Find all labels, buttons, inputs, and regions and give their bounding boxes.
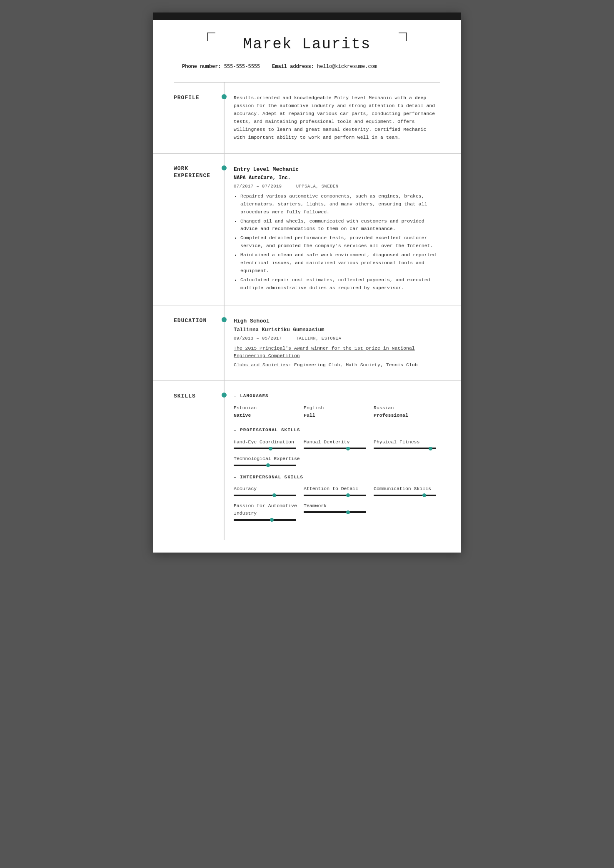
skill-comm-name: Communication Skills [374,485,440,493]
skill-teamwork-bar [304,511,366,513]
work-content: Entry Level Mechanic NAPA AutoCare, Inc.… [225,154,461,305]
edu-award: The 2015 Principal's Award winner for th… [234,345,440,360]
work-line [224,154,225,305]
profile-dot [222,94,227,99]
lang-item-3: Russian Professional [374,404,440,420]
skill-tech: Technological Expertise [234,455,300,466]
skill-hand-eye-dot [269,447,272,450]
candidate-name: Marek Laurits [227,33,388,56]
skill-physical-dot [429,447,432,450]
skill-attention: Attention to Detail [304,485,370,496]
email-label: Email address: [272,64,314,70]
skill-tech-bar [234,465,296,466]
edu-dates: 09/2013 – 05/2017 [234,336,282,341]
lang-item-2: English Full [304,404,370,420]
profile-text: Results-oriented and knowledgeable Entry… [234,94,440,142]
school-name: Tallinna Kuristiku Gumnaasium [234,326,440,334]
education-line [224,305,225,380]
skills-line [224,381,225,540]
lang-name-3: Russian [374,404,440,412]
clubs-label: Clubs and Societies [234,362,288,368]
education-label: EDUCATION [153,305,224,380]
skill-teamwork-name: Teamwork [304,502,370,510]
main-content: PROFILE Results-oriented and knowledgeab… [153,83,461,553]
skill-manual-dex: Manual Dexterity [304,438,370,449]
skill-passion: Passion for Automotive Industry [234,502,300,521]
skill-attention-dot [346,493,350,497]
education-section: EDUCATION High School Tallinna Kuristiku… [153,305,461,381]
resume-page: Marek Laurits Phone number: 555-555-5555… [153,13,461,553]
skill-passion-bar [234,519,296,521]
lang-level-3: Professional [374,412,440,419]
skill-passion-dot [270,518,274,522]
skill-attention-bar [304,495,366,496]
clubs-list: : Engineering Club, Math Society, Tennis… [288,362,418,368]
school-type: High School [234,317,440,326]
work-dot [222,165,227,170]
work-label: WORK EXPERIENCE [153,154,224,305]
professional-skills-subsection: – PROFESSIONAL SKILLS Hand-Eye Coordinat… [234,427,440,466]
phone-label: Phone number: [182,64,221,70]
work-bullets: Repaired various automotive components, … [234,193,440,293]
edu-clubs: Clubs and Societies: Engineering Club, M… [234,361,440,369]
skills-label: SKILLS [153,381,224,540]
phone-value: 555-555-5555 [224,64,260,70]
bullet-3: Completed detailed performance tests, pr… [240,234,440,250]
lang-name-1: Estonian [234,404,300,412]
job-title: Entry Level Mechanic [234,165,440,174]
skill-accuracy-dot [272,493,276,497]
profile-section: PROFILE Results-oriented and knowledgeab… [153,83,461,154]
profile-content: Results-oriented and knowledgeable Entry… [225,83,461,153]
skill-attention-name: Attention to Detail [304,485,370,493]
languages-grid: Estonian Native English Full Russian Pro… [234,404,440,420]
skill-tech-name: Technological Expertise [234,455,300,463]
bullet-5: Calculated repair cost estimates, collec… [240,276,440,292]
bullet-1: Repaired various automotive components, … [240,193,440,216]
skills-dot [222,393,227,398]
job-location: UPPSALA, SWEDEN [296,184,339,189]
skill-physical: Physical Fitness [374,438,440,449]
professional-skills-grid: Hand-Eye Coordination Manual Dexterity [234,438,440,466]
skill-accuracy-name: Accuracy [234,485,300,493]
skill-manual-dex-bar [304,448,366,449]
skill-passion-name: Passion for Automotive Industry [234,502,300,518]
job-dates: 07/2017 – 07/2019 [234,184,282,189]
bullet-2: Changed oil and wheels, communicated wit… [240,218,440,233]
skill-hand-eye-name: Hand-Eye Coordination [234,438,300,446]
lang-level-2: Full [304,412,370,419]
header-section: Marek Laurits Phone number: 555-555-5555… [153,20,461,78]
job-company: NAPA AutoCare, Inc. [234,174,440,182]
skill-teamwork: Teamwork [304,502,370,521]
interpersonal-skills-subsection: – INTERPERSONAL SKILLS Accuracy Attentio… [234,474,440,521]
skill-manual-dex-name: Manual Dexterity [304,438,370,446]
bullet-4: Maintained a clean and safe work environ… [240,251,440,275]
contact-info: Phone number: 555-555-5555 Email address… [174,64,440,70]
skill-hand-eye: Hand-Eye Coordination [234,438,300,449]
skill-accuracy-bar [234,495,296,496]
skill-comm-bar [374,495,436,496]
email-value: hello@kickresume.com [317,64,377,70]
skill-hand-eye-bar [234,448,296,449]
lang-name-2: English [304,404,370,412]
profile-label: PROFILE [153,83,224,153]
edu-meta: 09/2013 – 05/2017 TALLINN, ESTONIA [234,335,440,342]
skill-comm-dot [422,493,426,497]
skill-physical-name: Physical Fitness [374,438,440,446]
lang-item-1: Estonian Native [234,404,300,420]
work-section: WORK EXPERIENCE Entry Level Mechanic NAP… [153,154,461,305]
skills-section: SKILLS – LANGUAGES Estonian Native Engli… [153,381,461,540]
skill-tech-dot [266,463,270,467]
edu-location: TALLINN, ESTONIA [296,336,342,341]
skill-physical-bar [374,448,436,449]
lang-level-1: Native [234,412,300,419]
professional-skills-title: – PROFESSIONAL SKILLS [234,427,440,434]
skill-manual-dex-dot [346,447,350,450]
languages-subsection: – LANGUAGES Estonian Native English Full… [234,393,440,419]
skill-comm: Communication Skills [374,485,440,496]
job-meta: 07/2017 – 07/2019 UPPSALA, SWEDEN [234,183,440,190]
interpersonal-skills-title: – INTERPERSONAL SKILLS [234,474,440,481]
skill-teamwork-dot [346,510,350,514]
education-content: High School Tallinna Kuristiku Gumnaasiu… [225,305,461,380]
skill-accuracy: Accuracy [234,485,300,496]
languages-title: – LANGUAGES [234,393,440,400]
